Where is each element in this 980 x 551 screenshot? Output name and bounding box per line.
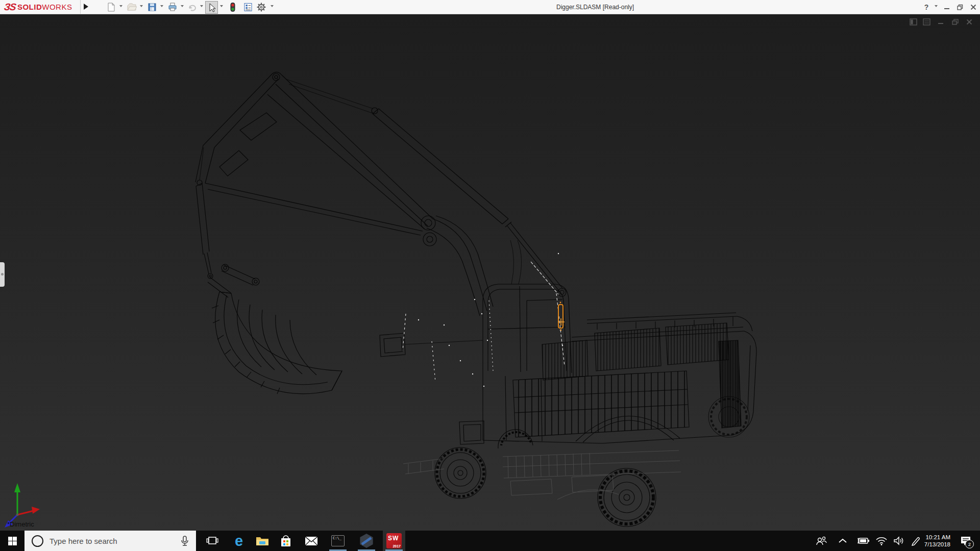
title-bar: ЗS SOLID WORKS (0, 0, 980, 14)
save-button[interactable] (146, 1, 158, 13)
restore-icon (957, 4, 964, 11)
task-view-button[interactable] (201, 531, 224, 551)
options-dropdown-caret[interactable] (271, 5, 274, 7)
windows-logo-icon (8, 537, 17, 545)
minimize-icon (937, 18, 944, 26)
doc-close-button[interactable] (964, 17, 975, 27)
feature-panel-collapsed-tab[interactable] (0, 262, 5, 287)
close-icon (970, 4, 977, 11)
people-button[interactable] (814, 531, 829, 551)
battery-button[interactable] (855, 531, 871, 551)
start-button[interactable] (0, 531, 24, 551)
traffic-light-icon (228, 2, 238, 12)
hexagon-3d-app-button[interactable] (355, 531, 378, 551)
undo-dropdown-caret[interactable] (200, 5, 203, 7)
excavator-wireframe (0, 14, 980, 531)
file-properties-button[interactable] (242, 1, 254, 13)
solidworks-logo: ЗS SOLID WORKS (4, 2, 72, 12)
task-view-icon (206, 535, 218, 546)
open-folder-icon (127, 2, 137, 12)
solidworks-logo-glyph: ЗS (3, 2, 16, 13)
close-icon (966, 18, 973, 26)
sw-icon-year: 2017 (393, 544, 401, 548)
solidworks-taskbar-button[interactable]: SW 2017 (383, 531, 405, 551)
pane-toggle-button[interactable] (908, 17, 919, 27)
app-minimize-button[interactable] (942, 2, 952, 12)
pane-toggle-icon (910, 18, 917, 26)
hidden-icons-button[interactable] (835, 531, 850, 551)
undo-button[interactable] (186, 1, 198, 13)
new-document-icon (106, 2, 116, 12)
3d-viewport[interactable]: *Dimetric (0, 14, 980, 531)
save-floppy-icon (147, 2, 157, 12)
command-prompt-button[interactable]: C:\_ (327, 531, 349, 551)
print-icon (167, 2, 178, 12)
restore-icon (951, 18, 959, 26)
undo-arrow-icon (187, 2, 197, 12)
taskbar-clock[interactable]: 10:21 AM 7/13/2018 (919, 534, 950, 548)
pane-list-button[interactable] (921, 17, 932, 27)
clock-date: 7/13/2018 (919, 541, 950, 548)
doc-restore-button[interactable] (949, 17, 961, 27)
battery-icon (856, 537, 870, 545)
help-button[interactable]: ? (921, 2, 932, 12)
command-prompt-icon: C:\_ (331, 535, 345, 546)
people-icon (815, 535, 827, 546)
print-button[interactable] (166, 1, 178, 13)
speaker-icon (893, 536, 905, 545)
help-dropdown-caret[interactable] (935, 5, 938, 7)
sw-icon-label: SW (388, 535, 399, 542)
select-dropdown-caret[interactable] (220, 5, 223, 7)
doc-minimize-button[interactable] (935, 17, 946, 27)
chevron-up-icon (838, 538, 847, 544)
notification-badge: 2 (965, 540, 974, 548)
panel-tab-handle (1, 273, 4, 276)
hexagon-app-icon (359, 534, 374, 548)
file-explorer-button[interactable] (251, 531, 274, 551)
gear-icon (256, 2, 266, 12)
new-dropdown-caret[interactable] (119, 5, 122, 7)
save-dropdown-caret[interactable] (160, 5, 163, 7)
select-cursor-icon (207, 3, 217, 13)
edge-icon: e (235, 534, 243, 548)
windows-taskbar: Type here to search e (0, 531, 980, 551)
mail-envelope-icon (304, 535, 318, 546)
app-restore-button[interactable] (955, 2, 965, 12)
wifi-icon (875, 536, 888, 545)
rebuild-button[interactable] (227, 1, 238, 13)
wifi-button[interactable] (874, 531, 889, 551)
clock-time: 10:21 AM (919, 534, 950, 541)
volume-button[interactable] (891, 531, 906, 551)
new-document-button[interactable] (105, 1, 117, 13)
taskbar-search[interactable]: Type here to search (24, 531, 196, 551)
minimize-icon (943, 4, 950, 11)
file-properties-icon (243, 2, 253, 12)
action-center-button[interactable]: 2 (955, 531, 976, 551)
menu-flyout-arrow-icon[interactable] (84, 4, 88, 10)
file-explorer-icon (255, 535, 270, 547)
document-title: Digger.SLDASM [Read-only] (556, 4, 634, 11)
excavator-edges (195, 72, 756, 527)
cortana-circle-icon (32, 535, 43, 547)
solidworks-logo-solid: SOLID (17, 3, 42, 11)
app-close-button[interactable] (968, 2, 978, 12)
pane-list-icon (923, 18, 930, 26)
view-orientation-label: *Dimetric (7, 520, 34, 528)
divider (80, 0, 81, 14)
search-placeholder: Type here to search (50, 537, 180, 545)
solidworks-logo-works: WORKS (42, 3, 72, 11)
options-button[interactable] (255, 1, 267, 13)
open-document-button[interactable] (126, 1, 137, 13)
help-icon: ? (924, 3, 929, 11)
store-button[interactable] (275, 531, 297, 551)
store-icon (279, 534, 292, 547)
wheel-front-near (435, 447, 486, 498)
open-dropdown-caret[interactable] (140, 5, 143, 7)
print-dropdown-caret[interactable] (181, 5, 184, 7)
edge-button[interactable]: e (228, 531, 250, 551)
select-tool-button[interactable] (205, 1, 218, 14)
wheel-rear-near (598, 468, 656, 527)
solidworks-2017-icon: SW 2017 (386, 533, 402, 548)
microphone-icon[interactable] (180, 535, 190, 547)
mail-button[interactable] (300, 531, 323, 551)
